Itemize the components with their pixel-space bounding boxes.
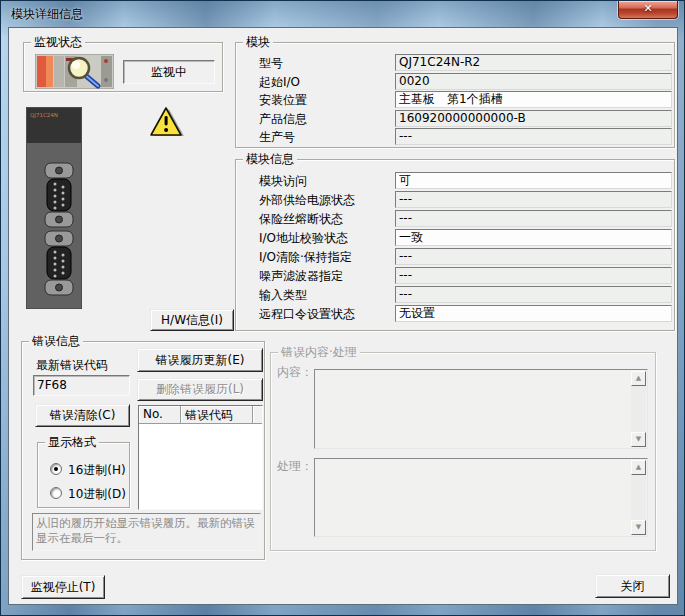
- dialog-title: 模块详细信息: [11, 6, 83, 23]
- delete-error-history-button: 删除错误履历(L): [137, 378, 263, 401]
- field-row: I/O地址校验状态一致: [259, 229, 674, 246]
- field-label: 产品信息: [259, 111, 307, 128]
- error-clear-button[interactable]: 错误清除(C): [35, 404, 130, 427]
- content-label: 内容：: [277, 364, 313, 381]
- display-format-label: 显示格式: [45, 435, 99, 449]
- module-info-group-label: 模块信息: [243, 152, 297, 166]
- field-label: 外部供给电源状态: [259, 192, 355, 209]
- module-detail-dialog: 模块详细信息 ✕ 监视状态 监视中: [0, 0, 685, 616]
- field-label: 输入类型: [259, 287, 307, 304]
- field-label: I/O地址校验状态: [259, 230, 348, 247]
- field-row: 外部供给电源状态---: [259, 191, 674, 208]
- error-content-textarea: ▲ ▼: [314, 369, 648, 449]
- field-value: 可: [395, 172, 672, 189]
- field-value: 一致: [395, 229, 672, 246]
- monitor-stop-button[interactable]: 监视停止(T): [21, 575, 105, 599]
- field-row: 输入类型---: [259, 286, 674, 303]
- titlebar[interactable]: 模块详细信息 ✕: [1, 1, 684, 27]
- field-row: 模块访问可: [259, 172, 674, 189]
- radio-label: 16进制(H): [68, 462, 126, 479]
- error-content-group: 错误内容·处理 内容： ▲ ▼ 处理： ▲ ▼: [270, 352, 656, 551]
- error-history-update-button[interactable]: 错误履历更新(E): [137, 348, 263, 372]
- field-label: 起始I/O: [259, 74, 300, 91]
- field-row: 产品信息160920000000000-B: [259, 110, 674, 127]
- field-value: ---: [395, 191, 672, 208]
- svg-text:QJ71C24N: QJ71C24N: [30, 112, 58, 119]
- hw-info-button[interactable]: H/W信息(I): [150, 309, 234, 331]
- module-group-label: 模块: [243, 35, 273, 49]
- scroll-up-icon: ▲: [631, 460, 646, 475]
- field-value: 主基板 第1个插槽: [395, 91, 672, 108]
- scroll-down-icon: ▼: [631, 432, 646, 447]
- field-row: 噪声滤波器指定---: [259, 267, 674, 284]
- field-value: ---: [395, 248, 672, 265]
- field-row: I/O清除·保持指定---: [259, 248, 674, 265]
- radio-label: 10进制(D): [68, 486, 126, 503]
- latest-error-code-value: 7F68: [33, 375, 130, 396]
- scroll-up-icon: ▲: [631, 371, 646, 386]
- close-icon[interactable]: ✕: [618, 1, 678, 19]
- monitor-status-group: 监视状态 监视中: [23, 42, 223, 92]
- radio-selected-icon[interactable]: [50, 463, 62, 475]
- history-col-filler: [253, 406, 262, 424]
- display-format-group: 显示格式 16进制(H)10进制(D): [37, 442, 130, 508]
- field-value: 无设置: [395, 305, 672, 322]
- treatment-label: 处理：: [277, 458, 313, 475]
- field-row: 型号QJ71C24N-R2: [259, 54, 674, 71]
- treatment-scrollbar: ▲ ▼: [631, 460, 646, 535]
- treatment-textarea: ▲ ▼: [314, 458, 648, 537]
- error-history-header: No. 错误代码: [139, 406, 262, 424]
- field-label: 型号: [259, 55, 283, 72]
- field-value: ---: [395, 210, 672, 227]
- latest-error-code-label: 最新错误代码: [36, 357, 108, 374]
- field-label: 保险丝熔断状态: [259, 211, 343, 228]
- history-col-no[interactable]: No.: [139, 406, 181, 424]
- field-label: 远程口令设置状态: [259, 306, 355, 323]
- history-col-code[interactable]: 错误代码: [181, 406, 253, 424]
- error-history-help-text: 从旧的履历开始显示错误履历。最新的错误显示在最后一行。: [32, 513, 261, 551]
- field-row: 生产号---: [259, 128, 674, 145]
- error-info-group-label: 错误信息: [29, 334, 83, 348]
- monitor-status-value: 监视中: [123, 60, 215, 84]
- field-label: 生产号: [259, 129, 295, 146]
- field-label: 噪声滤波器指定: [259, 268, 343, 285]
- monitor-status-label: 监视状态: [31, 35, 85, 49]
- module-info-group: 模块信息 模块访问可外部供给电源状态---保险丝熔断状态---I/O地址校验状态…: [235, 159, 675, 331]
- warning-icon: [149, 106, 185, 138]
- field-row: 保险丝熔断状态---: [259, 210, 674, 227]
- field-row: 远程口令设置状态无设置: [259, 305, 674, 322]
- field-value: ---: [395, 286, 672, 303]
- content-scrollbar: ▲ ▼: [631, 371, 646, 447]
- monitoring-animation-icon: [35, 54, 114, 89]
- close-button[interactable]: 关闭: [595, 574, 670, 598]
- dialog-body: 监视状态 监视中 QJ71C24N: [8, 27, 678, 605]
- error-info-group: 错误信息 最新错误代码 7F68 错误清除(C) 错误履历更新(E) 删除错误履…: [21, 341, 265, 560]
- field-value: 160920000000000-B: [395, 110, 672, 127]
- error-history-list[interactable]: No. 错误代码: [138, 405, 263, 510]
- field-label: 模块访问: [259, 173, 307, 190]
- field-row: 安装位置主基板 第1个插槽: [259, 91, 674, 108]
- radio-unselected-icon[interactable]: [50, 487, 62, 499]
- module-picture: QJ71C24N: [26, 107, 82, 309]
- field-label: 安装位置: [259, 92, 307, 109]
- module-group: 模块 型号QJ71C24N-R2起始I/O0020安装位置主基板 第1个插槽产品…: [235, 42, 675, 148]
- field-value: QJ71C24N-R2: [395, 54, 672, 71]
- error-content-group-label: 错误内容·处理: [278, 345, 360, 359]
- field-value: ---: [395, 128, 672, 145]
- field-label: I/O清除·保持指定: [259, 249, 352, 266]
- field-value: ---: [395, 267, 672, 284]
- field-row: 起始I/O0020: [259, 73, 674, 90]
- field-value: 0020: [395, 73, 672, 90]
- scroll-down-icon: ▼: [631, 520, 646, 535]
